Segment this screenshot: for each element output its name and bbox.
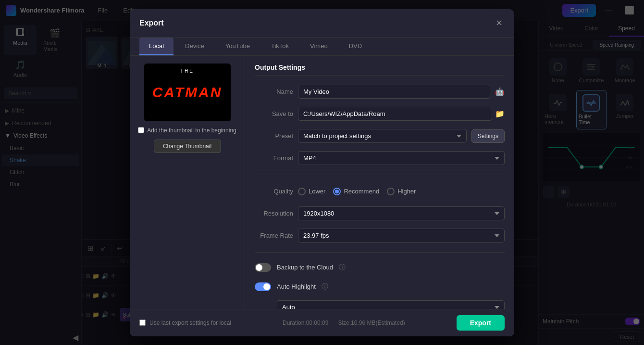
quality-higher-radio — [387, 188, 395, 195]
quality-recommend-label: Recommend — [344, 188, 379, 195]
add-thumbnail-label: Add the thumbnail to the beginning — [147, 127, 236, 134]
format-select[interactable]: MP4 — [298, 151, 505, 165]
auto-highlight-row: Auto Highlight ⓘ — [255, 281, 505, 293]
change-thumbnail-button[interactable]: Change Thumbnail — [154, 140, 221, 153]
resolution-label: Resolution — [255, 210, 293, 217]
save-to-input[interactable] — [298, 107, 492, 121]
modal-tabs: Local Device YouTube TikTok Vimeo DVD — [130, 38, 514, 56]
modal-body: THE CATMAN Add the thumbnail to the begi… — [130, 56, 514, 309]
preset-select[interactable]: Match to project settings — [298, 129, 467, 143]
modal-tab-dvd[interactable]: DVD — [339, 38, 372, 55]
section-divider-2 — [255, 252, 505, 253]
quality-lower-radio — [298, 188, 306, 195]
quality-recommend[interactable]: Recommend — [333, 188, 379, 195]
settings-row-frame-rate: Frame Rate 23.97 fps — [255, 228, 505, 243]
settings-row-format: Format MP4 — [255, 151, 505, 166]
catman-text: CATMAN — [152, 84, 223, 100]
quality-options: Lower Recommend Higher — [298, 188, 416, 195]
modal-tab-vimeo[interactable]: Vimeo — [300, 38, 337, 55]
backup-cloud-label: Backup to the Cloud — [277, 264, 333, 271]
auto-highlight-info-icon[interactable]: ⓘ — [322, 282, 328, 291]
add-thumbnail-checkbox[interactable] — [138, 127, 144, 133]
modal-tab-youtube[interactable]: YouTube — [216, 38, 260, 55]
use-last-settings-label: Use last export settings for local — [149, 319, 231, 326]
frame-rate-select[interactable]: 23.97 fps — [298, 229, 505, 243]
auto-highlight-label: Auto Highlight — [277, 283, 316, 290]
path-input-wrap: 📁 — [298, 107, 505, 121]
settings-button[interactable]: Settings — [471, 129, 505, 143]
modal-tab-local[interactable]: Local — [139, 38, 173, 55]
backup-cloud-row: Backup to the Cloud ⓘ — [255, 261, 505, 274]
frame-rate-label: Frame Rate — [255, 232, 293, 239]
footer-export-button[interactable]: Export — [457, 315, 505, 331]
quality-label: Quality — [255, 188, 293, 195]
resolution-select[interactable]: 1920x1080 — [298, 206, 505, 220]
format-label: Format — [255, 154, 293, 162]
modal-close-button[interactable]: ✕ — [494, 16, 505, 30]
quality-recommend-dot — [335, 190, 339, 193]
preset-label: Preset — [255, 132, 293, 140]
quality-lower[interactable]: Lower — [298, 188, 325, 195]
settings-row-save-to: Save to 📁 — [255, 106, 505, 122]
modal-tab-tiktok[interactable]: TikTok — [261, 38, 298, 55]
auto-highlight-toggle[interactable] — [255, 282, 271, 291]
export-modal: Export ✕ Local Device YouTube TikTok Vim… — [130, 9, 514, 336]
modal-header: Export ✕ — [130, 9, 514, 38]
auto-highlight-select-row: Auto — [255, 300, 505, 309]
footer-duration: Duration:00:00:09 — [283, 319, 328, 326]
quality-higher-label: Higher — [397, 188, 416, 195]
footer-left: Use last export settings for local — [139, 319, 231, 326]
settings-row-preset: Preset Match to project settings Setting… — [255, 128, 505, 144]
quality-higher[interactable]: Higher — [387, 188, 416, 195]
name-label: Name — [255, 88, 293, 95]
modal-title: Export — [139, 19, 164, 27]
modal-tab-device[interactable]: Device — [175, 38, 214, 55]
section-divider-1 — [255, 175, 505, 175]
name-input[interactable] — [298, 85, 490, 99]
modal-overlay: Export ✕ Local Device YouTube TikTok Vim… — [0, 0, 644, 345]
footer-info: Duration:00:00:09 Size:10.96 MB(Estimate… — [283, 319, 405, 326]
modal-output-settings: Output Settings Name 🤖 Save to 📁 — [245, 56, 514, 309]
auto-highlight-select[interactable]: Auto — [277, 300, 505, 309]
backup-cloud-toggle[interactable] — [255, 263, 271, 272]
use-last-settings-checkbox[interactable] — [139, 319, 146, 326]
modal-footer: Use last export settings for local Durat… — [130, 309, 514, 336]
output-settings-title: Output Settings — [255, 64, 505, 76]
quality-recommend-radio — [333, 188, 341, 195]
settings-row-resolution: Resolution 1920x1080 — [255, 206, 505, 221]
footer-size: Size:10.96 MB(Estimated) — [338, 319, 405, 326]
settings-row-name: Name 🤖 — [255, 84, 505, 100]
settings-row-quality: Quality Lower Recommend — [255, 184, 505, 199]
quality-lower-label: Lower — [309, 188, 325, 195]
backup-cloud-info-icon[interactable]: ⓘ — [339, 263, 346, 272]
folder-browse-icon[interactable]: 📁 — [495, 109, 505, 118]
the-text: THE — [180, 68, 194, 74]
add-thumbnail-row: Add the thumbnail to the beginning — [138, 127, 236, 134]
thumbnail-preview: THE CATMAN — [144, 64, 231, 121]
ai-icon[interactable]: 🤖 — [495, 87, 505, 96]
modal-thumbnail-section: THE CATMAN Add the thumbnail to the begi… — [130, 56, 245, 309]
save-to-label: Save to — [255, 110, 293, 117]
